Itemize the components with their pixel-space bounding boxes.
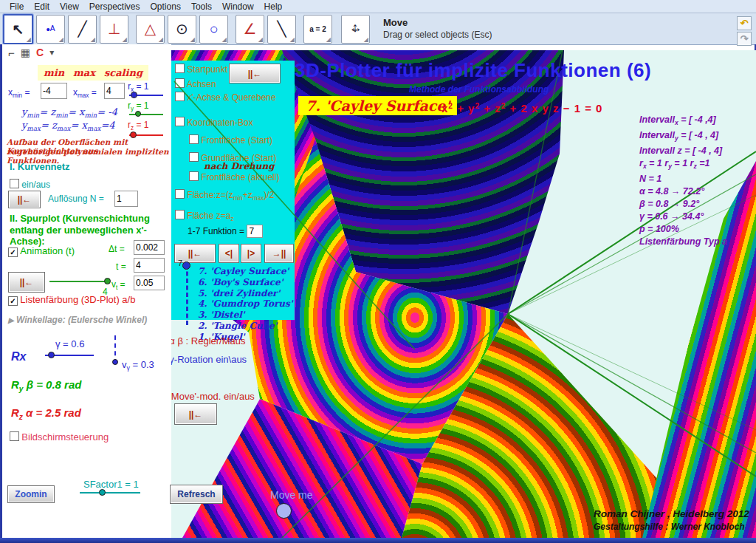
perpendicular-tool-button[interactable]: ⊥ ◢: [100, 15, 128, 44]
gamma-slider[interactable]: [45, 355, 94, 356]
menu-edit[interactable]: Edit: [29, 1, 55, 12]
animation-checkbox[interactable]: ✓: [8, 247, 18, 257]
menu-file[interactable]: File: [4, 1, 29, 12]
page-title: 3D-Plotter für implizite Funktionen (6): [295, 59, 651, 82]
function-list-item: 6. 'Boy's Surface': [198, 277, 292, 288]
scaling-header: scaling: [104, 67, 142, 78]
achsen-checkbox[interactable]: [175, 78, 185, 88]
capture-dropdown-icon[interactable]: ▾: [49, 47, 54, 58]
listenfaerbung-checkbox[interactable]: ✓: [8, 296, 18, 306]
nav-next-button[interactable]: |>: [241, 244, 261, 263]
nav-last-button[interactable]: →||: [264, 244, 294, 263]
flaeche-mittel-checkbox[interactable]: [175, 189, 185, 199]
ry-slider-handle[interactable]: [135, 111, 141, 117]
axes-toggle-icon[interactable]: ⌐: [8, 47, 15, 59]
rx-label: rx = 1: [128, 81, 148, 92]
menu-options[interactable]: Options: [145, 1, 186, 12]
sfactor-slider-handle[interactable]: [99, 489, 106, 496]
moveme-point[interactable]: [276, 503, 292, 519]
grid-toggle-icon[interactable]: ▦: [21, 47, 30, 58]
move-canvas-tool-button[interactable]: ↔ ↕ ◢: [341, 15, 370, 44]
funktion-slider[interactable]: 7: [186, 264, 196, 325]
slider-tool-button[interactable]: a = 2 ◢: [303, 15, 332, 44]
reflect-tool-button[interactable]: ╲ ◢: [267, 15, 296, 44]
redo-button[interactable]: ↷: [737, 32, 752, 46]
active-tool-title: Move: [383, 17, 408, 28]
vgamma-label: vγ = 0.3: [122, 359, 154, 370]
info-beta: β = 0.8 → 9.2°: [639, 198, 727, 211]
frontflaeche-aktuell-label: Frontfläche (aktuell): [201, 172, 279, 182]
t-label: t =: [116, 262, 126, 272]
kurvennetz-reset-button[interactable]: ||←: [8, 191, 41, 208]
menu-tools[interactable]: Tools: [186, 1, 217, 12]
flaeche-az-checkbox[interactable]: [175, 210, 185, 219]
polygon-icon: △: [145, 20, 156, 38]
t-slider-handle[interactable]: [104, 278, 111, 284]
xachse-querebene-label: x'-Achse & Querebene: [187, 92, 275, 103]
refresh-button[interactable]: Refresch: [170, 485, 223, 504]
t-input[interactable]: [134, 258, 165, 273]
rz-slider[interactable]: [129, 134, 163, 136]
xachse-querebene-checkbox[interactable]: [175, 92, 185, 101]
t-slider[interactable]: [49, 281, 109, 282]
ry-label: ry = 1: [128, 100, 148, 111]
vgamma-slider-handle[interactable]: [112, 359, 118, 365]
polygon-tool-button[interactable]: △ ◢: [136, 15, 165, 44]
xmax-input[interactable]: [104, 83, 125, 99]
angle-tool-button[interactable]: ∠ ◢: [236, 15, 264, 44]
geogebra-window: File Edit View Perspectives Options Tool…: [0, 0, 756, 543]
dt-input[interactable]: [134, 240, 165, 255]
aufloesung-input[interactable]: [114, 191, 138, 207]
info-p: p = 100%: [639, 223, 727, 236]
xmin-input[interactable]: [41, 83, 67, 99]
movemod-pause-button[interactable]: ||←: [174, 403, 217, 425]
koordinaten-box-checkbox[interactable]: [175, 117, 185, 126]
line-tool-button[interactable]: ╱ ◢: [68, 15, 97, 44]
menu-window[interactable]: Window: [217, 1, 259, 12]
frontflaeche-start-checkbox[interactable]: [189, 134, 199, 144]
undo-button[interactable]: ↶: [737, 16, 752, 30]
animation-reset-button[interactable]: ||←: [8, 272, 45, 293]
ry-slider[interactable]: [129, 114, 163, 115]
point-tool-button[interactable]: •ᴬ ◢: [36, 15, 65, 44]
gamma-slider-handle[interactable]: [48, 352, 55, 358]
startpunkt-checkbox[interactable]: [175, 64, 185, 73]
menu-help[interactable]: Help: [259, 1, 288, 12]
grundflaeche-start-checkbox[interactable]: [189, 152, 199, 162]
toolbar: ↖ ◢ •ᴬ ◢ ╱ ◢ ⊥ ◢ △ ◢ ⊙ ◢ ○ ◢ ∠ ◢ ╲ ◢ a =…: [0, 13, 756, 45]
point-capture-icon[interactable]: C: [36, 47, 44, 58]
vgamma-slider[interactable]: [114, 335, 116, 363]
frontflaeche-aktuell-checkbox[interactable]: [189, 171, 199, 181]
koordinaten-box-label: Koordinaten-Box: [187, 117, 252, 128]
undo-icon: ↶: [740, 18, 749, 29]
circle-tool-button[interactable]: ⊙ ◢: [168, 15, 196, 44]
listenfaerbung-label: Listenfärbung (3D-Plot) a/b: [20, 294, 135, 305]
dt-label: Δt =: [109, 244, 125, 254]
panel-pause-button[interactable]: ||←: [229, 64, 281, 83]
winkellage-arrow-icon[interactable]: ▶: [8, 316, 14, 324]
funktion-label: 1-7 Funktion =: [188, 226, 247, 236]
moveme-label: Move me: [270, 489, 313, 501]
graphics-view[interactable]: ||← Startpunkt Achsen x'-Achse & Querebe…: [171, 50, 756, 538]
function-list: 7. 'Cayley Surface' 6. 'Boy's Surface' 5…: [198, 266, 292, 343]
bildschirm-checkbox[interactable]: [10, 431, 19, 441]
conic-tool-button[interactable]: ○ ◢: [199, 15, 228, 44]
menu-perspectives[interactable]: Perspectives: [84, 1, 145, 12]
rx-slider-handle[interactable]: [131, 92, 137, 98]
rx-slider[interactable]: [129, 95, 163, 96]
vt-input[interactable]: [134, 276, 165, 290]
angle-icon: ∠: [244, 20, 257, 38]
zoomin-button[interactable]: Zoomin: [7, 485, 55, 503]
nav-prev-button[interactable]: <|: [219, 244, 239, 263]
menu-view[interactable]: View: [55, 1, 84, 12]
funktion-slider-handle[interactable]: [182, 262, 190, 270]
achsen-label: Achsen: [187, 79, 216, 89]
move-tool-button[interactable]: ↖ ◢: [3, 14, 33, 44]
cursor-icon: ↖: [13, 21, 24, 38]
flaeche-az-label: Fläche z=az: [187, 211, 233, 221]
movemod-label: 'Move'-mod. ein/aus: [171, 391, 255, 402]
sfactor-slider[interactable]: [80, 492, 140, 494]
einaus-checkbox[interactable]: [10, 179, 19, 188]
funktion-input[interactable]: [247, 225, 263, 238]
function-formula: x2 + y2 + z2 + 2 x y z − 1 = 0: [441, 102, 602, 115]
